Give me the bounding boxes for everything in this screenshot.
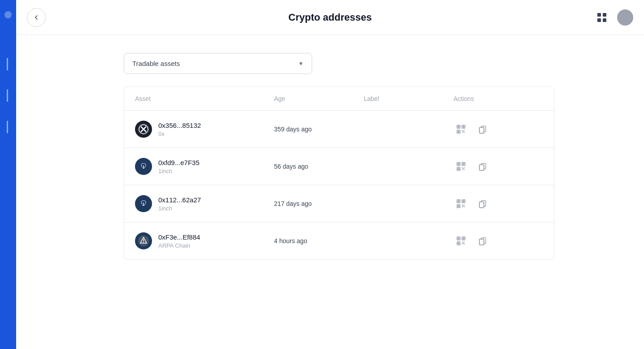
- svg-rect-34: [464, 169, 465, 170]
- svg-rect-18: [464, 132, 465, 133]
- col-header-asset: Asset: [135, 95, 274, 102]
- asset-address-2: 0xfd9...e7F35: [158, 159, 200, 166]
- asset-address-3: 0x112...62a27: [158, 196, 201, 204]
- svg-rect-71: [479, 239, 484, 245]
- sidebar-nav: [0, 53, 16, 138]
- actions-cell-3: [453, 196, 543, 211]
- qr-code-button-1[interactable]: [453, 122, 469, 137]
- svg-rect-4: [603, 18, 606, 22]
- sidebar-item-1[interactable]: [0, 53, 16, 75]
- asset-info-2: 0xfd9...e7F35 1inch: [158, 159, 200, 174]
- svg-rect-48: [464, 205, 465, 205]
- svg-rect-30: [458, 168, 460, 170]
- col-header-age: Age: [274, 95, 364, 102]
- age-cell-3: 217 days ago: [274, 200, 364, 207]
- asset-icon-4: [135, 232, 152, 249]
- actions-cell-1: [453, 122, 543, 137]
- asset-name-1: 0x: [158, 131, 201, 137]
- asset-icon-2: 1: [135, 158, 152, 175]
- header-right: [594, 9, 633, 26]
- crypto-addresses-table: Asset Age Label Actions 0x356...85132: [124, 87, 554, 260]
- svg-rect-46: [458, 205, 460, 207]
- page-title: Crypto addresses: [288, 12, 372, 23]
- svg-rect-28: [463, 163, 465, 165]
- age-cell-4: 4 hours ago: [274, 237, 364, 244]
- qr-code-button-2[interactable]: [453, 159, 469, 174]
- svg-rect-44: [463, 201, 465, 202]
- qr-code-button-4[interactable]: [453, 233, 469, 249]
- copy-button-1[interactable]: [475, 122, 490, 137]
- copy-button-4[interactable]: [475, 233, 490, 249]
- svg-rect-16: [464, 130, 465, 131]
- age-cell-2: 56 days ago: [274, 163, 364, 170]
- main-content: Tradable assets ▼ Asset Age Label Action…: [16, 35, 644, 349]
- svg-rect-2: [603, 13, 606, 17]
- dropdown-container: Tradable assets ▼: [124, 53, 554, 74]
- svg-rect-15: [462, 130, 463, 131]
- header: Crypto addresses: [16, 0, 644, 35]
- svg-point-58: [143, 242, 144, 243]
- svg-rect-66: [464, 242, 465, 243]
- svg-rect-17: [462, 132, 463, 133]
- asset-icon-3: 1: [135, 195, 152, 212]
- back-button[interactable]: [27, 8, 46, 27]
- chevron-down-icon: ▼: [298, 61, 304, 67]
- svg-rect-47: [462, 205, 463, 205]
- table-row: 1 0xfd9...e7F35 1inch 56 days ago: [124, 148, 554, 185]
- col-header-actions: Actions: [453, 95, 543, 102]
- svg-rect-69: [463, 243, 464, 244]
- table-row: 1 0x112...62a27 1inch 217 days ago: [124, 185, 554, 222]
- table-header: Asset Age Label Actions: [124, 87, 554, 111]
- svg-rect-26: [458, 163, 460, 165]
- asset-name-4: ARPA Chain: [158, 242, 200, 249]
- tradable-assets-dropdown[interactable]: Tradable assets ▼: [124, 53, 312, 74]
- svg-rect-53: [479, 202, 484, 208]
- svg-rect-19: [463, 131, 464, 132]
- qr-code-button-3[interactable]: [453, 196, 469, 211]
- copy-button-3[interactable]: [475, 196, 490, 211]
- asset-name-2: 1inch: [158, 168, 200, 174]
- svg-rect-50: [464, 206, 465, 207]
- svg-rect-37: [479, 165, 484, 170]
- svg-rect-14: [458, 131, 460, 133]
- svg-rect-1: [597, 13, 601, 17]
- asset-info-3: 0x112...62a27 1inch: [158, 196, 201, 212]
- sidebar-logo: [0, 4, 16, 26]
- sidebar-item-2[interactable]: [0, 84, 16, 107]
- user-avatar[interactable]: [617, 9, 633, 26]
- svg-rect-33: [462, 169, 463, 170]
- svg-rect-35: [463, 168, 464, 169]
- asset-info-4: 0xF3e...Ef884 ARPA Chain: [158, 233, 200, 249]
- asset-cell-1: 0x356...85132 0x: [135, 121, 274, 138]
- col-header-label: Label: [364, 95, 453, 102]
- age-cell-1: 359 days ago: [274, 126, 364, 133]
- svg-rect-32: [464, 167, 465, 168]
- svg-point-0: [4, 11, 12, 18]
- asset-icon-1: [135, 121, 152, 138]
- svg-rect-68: [464, 244, 465, 244]
- svg-rect-67: [462, 244, 463, 244]
- svg-rect-12: [463, 126, 465, 128]
- dropdown-label: Tradable assets: [132, 60, 180, 67]
- table-row: 0x356...85132 0x 359 days ago: [124, 111, 554, 148]
- asset-info-1: 0x356...85132 0x: [158, 122, 201, 137]
- sidebar-item-3[interactable]: [0, 116, 16, 138]
- svg-rect-62: [463, 238, 465, 240]
- asset-name-3: 1inch: [158, 205, 201, 212]
- svg-rect-31: [462, 167, 463, 168]
- svg-rect-49: [462, 206, 463, 207]
- svg-rect-21: [479, 127, 484, 133]
- actions-cell-4: [453, 233, 543, 249]
- svg-rect-51: [463, 205, 464, 206]
- svg-rect-60: [458, 238, 460, 240]
- copy-button-2[interactable]: [475, 159, 490, 174]
- svg-rect-10: [458, 126, 460, 128]
- grid-icon[interactable]: [594, 9, 610, 26]
- asset-cell-3: 1 0x112...62a27 1inch: [135, 195, 274, 212]
- sidebar: [0, 0, 16, 349]
- asset-cell-2: 1 0xfd9...e7F35 1inch: [135, 158, 274, 175]
- asset-address-1: 0x356...85132: [158, 122, 201, 129]
- svg-rect-64: [458, 243, 460, 244]
- actions-cell-2: [453, 159, 543, 174]
- asset-cell-4: 0xF3e...Ef884 ARPA Chain: [135, 232, 274, 249]
